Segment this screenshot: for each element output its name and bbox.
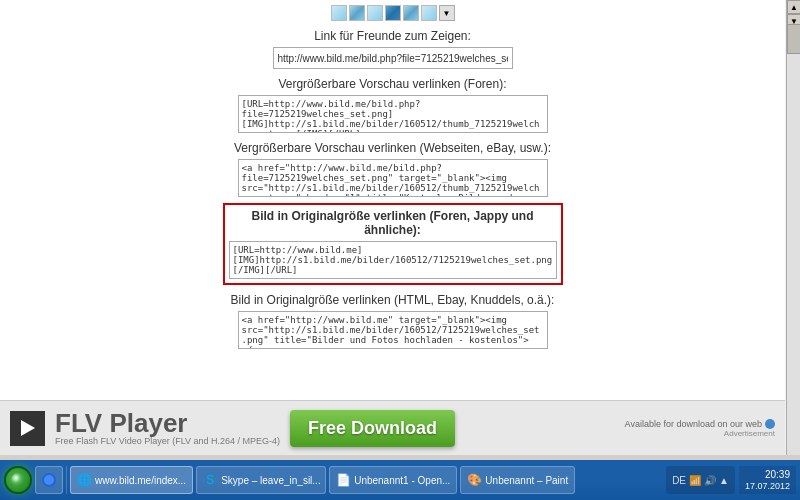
preview-web-section: Vergrößerbare Vorschau verlinken (Websei… [223,141,563,197]
sys-tray: DE 📶 🔊 ▲ [666,466,735,494]
ad-web-icon [765,419,775,429]
free-download-button[interactable]: Free Download [290,410,455,447]
scroll-thumb[interactable] [787,24,800,54]
network-icon: 📶 [689,475,701,486]
taskbar-item-skype[interactable]: S Skype – leave_in_sil... [196,466,326,494]
clock[interactable]: 20:39 17.07.2012 [739,466,796,494]
preview-forum-section: Vergrößerbare Vorschau verlinken (Foren)… [223,77,563,133]
image-preview: ▼ [10,5,775,21]
bildme-icon: 🌐 [77,473,91,487]
link-friends-label: Link für Freunde zum Zeigen: [223,29,563,43]
ad-info: Available for download on our web Advert… [625,419,775,438]
thumb-tile-3 [367,5,383,21]
thumb-tile-4 [385,5,401,21]
main-content: ▲ ▼ ▼ Link für Freunde zum Zeigen: [0,0,800,455]
original-html-textarea[interactable]: <a href="http://www.bild.me" target="_bl… [238,311,548,349]
original-html-label: Bild in Originalgröße verlinken (HTML, E… [223,293,563,307]
flv-text-block: FLV Player Free Flash FLV Video Player (… [55,410,280,446]
start-button[interactable] [4,466,32,494]
flv-title: FLV Player [55,410,280,436]
thumb-tile-2 [349,5,365,21]
flag-icon: ▲ [719,475,729,486]
skype-icon: S [203,473,217,487]
scroll-up-btn[interactable]: ▲ [787,0,800,14]
original-html-section: Bild in Originalgröße verlinken (HTML, E… [223,293,563,349]
taskbar-item-bildme[interactable]: 🌐 www.bild.me/index... [70,466,193,494]
ie-button[interactable] [35,466,63,494]
taskbar-label-paint: Unbenannt – Paint [485,475,568,486]
link-friends-section: Link für Freunde zum Zeigen: [223,29,563,69]
taskbar-sep-1 [66,466,67,494]
taskbar-right: DE 📶 🔊 ▲ 20:39 17.07.2012 [666,466,796,494]
image-thumb: ▼ [331,5,455,21]
link-friends-input[interactable] [273,47,513,69]
dropdown-btn[interactable]: ▼ [439,5,455,21]
paint-icon: 🎨 [467,473,481,487]
ad-available: Available for download on our web [625,419,775,429]
original-forum-textarea[interactable]: [URL=http://www.bild.me][IMG]http://s1.b… [229,241,557,279]
thumb-tile-6 [421,5,437,21]
flv-icon [10,411,45,446]
page-content: ▼ Link für Freunde zum Zeigen: Vergrößer… [0,0,785,455]
play-icon [21,420,35,436]
thumb-tile-1 [331,5,347,21]
preview-forum-textarea[interactable]: [URL=http://www.bild.me/bild.php?file=71… [238,95,548,133]
scrollbar[interactable]: ▲ ▼ [786,0,800,455]
taskbar-item-paint[interactable]: 🎨 Unbenannt – Paint [460,466,575,494]
start-orb-icon [11,473,25,487]
volume-icon: 🔊 [704,475,716,486]
original-forum-label: Bild in Originalgröße verlinken (Foren, … [229,209,557,237]
taskbar-item-unbenannt1[interactable]: 📄 Unbenannt1 - Open... [329,466,457,494]
taskbar: 🌐 www.bild.me/index... S Skype – leave_i… [0,460,800,500]
clock-time: 20:39 [765,468,790,481]
taskbar-label-bildme: www.bild.me/index... [95,475,186,486]
preview-web-textarea[interactable]: <a href="http://www.bild.me/bild.php?fil… [238,159,548,197]
thumb-tile-5 [403,5,419,21]
ie-icon [42,473,56,487]
preview-forum-label: Vergrößerbare Vorschau verlinken (Foren)… [223,77,563,91]
ad-banner: FLV Player Free Flash FLV Video Player (… [0,400,785,455]
clock-date: 17.07.2012 [745,481,790,493]
taskbar-label-unbenannt1: Unbenannt1 - Open... [354,475,450,486]
de-label: DE [672,475,686,486]
taskbar-label-skype: Skype – leave_in_sil... [221,475,321,486]
original-forum-section: Bild in Originalgröße verlinken (Foren, … [223,203,563,285]
open-icon: 📄 [336,473,350,487]
preview-web-label: Vergrößerbare Vorschau verlinken (Websei… [223,141,563,155]
ad-label: Advertisement [724,429,775,438]
flv-subtitle: Free Flash FLV Video Player (FLV and H.2… [55,436,280,446]
ad-available-text: Available for download on our web [625,419,762,429]
